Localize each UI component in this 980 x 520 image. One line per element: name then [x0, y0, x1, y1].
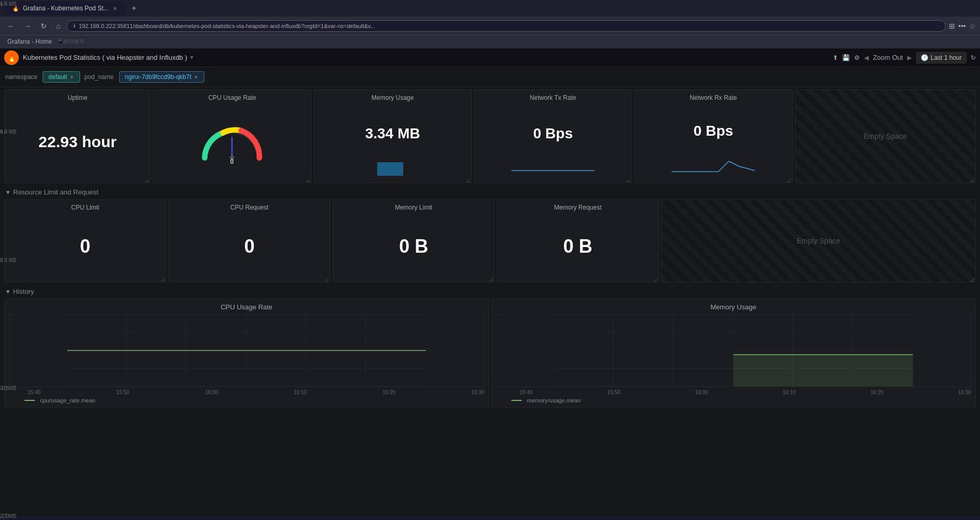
memory-legend-label: memory/usage.mean [527, 397, 581, 404]
network-tx-panel: Network Tx Rate 0 Bps [474, 89, 632, 183]
tab-title: Grafana - Kubernetes Pod St... [23, 5, 109, 12]
namespace-picker[interactable]: default ▼ [43, 71, 80, 83]
mx-label-2: 15:50 [608, 389, 621, 395]
resize-handle[interactable] [160, 276, 164, 280]
memory-chart-title: Memory Usage [496, 303, 971, 311]
history-row: CPU Usage Rate 1.0 0.5 0 -0.5 -1.0 [4, 298, 976, 408]
cpu-chart-title: CPU Usage Rate [9, 303, 484, 311]
memory-limit-value: 0 B [337, 215, 490, 278]
tx-sparkline [479, 161, 627, 178]
resize-handle[interactable] [653, 276, 657, 280]
resource-section-header[interactable]: ▾ Resource Limit and Request [4, 185, 976, 199]
zoom-out-button[interactable]: Zoom Out [873, 54, 903, 61]
cpu-chart-svg [9, 314, 484, 387]
time-range-label: Last 1 hour [931, 54, 962, 61]
svg-line-8 [739, 166, 755, 171]
cpu-request-value: 0 [173, 215, 326, 278]
top-panels-row: Uptime 22.93 hour CPU Usage Rate [4, 89, 976, 183]
browser-chrome: 🔥 Grafana - Kubernetes Pod St... ✕ + ← →… [0, 0, 980, 48]
save-icon[interactable]: 💾 [842, 54, 850, 61]
uptime-value: 22.93 hour [9, 106, 146, 178]
resize-handle[interactable] [488, 276, 493, 280]
bookmark-bar: Grafana - Home 📱移动版书 [0, 35, 980, 48]
time-range-picker[interactable]: 🕐 Last 1 hour [916, 52, 966, 63]
gauge-svg: 0 [196, 119, 268, 165]
resize-handle[interactable] [305, 177, 310, 181]
active-tab[interactable]: 🔥 Grafana - Kubernetes Pod St... ✕ [4, 2, 125, 15]
memory-limit-text: 0 B [399, 236, 428, 257]
new-tab-button[interactable]: + [127, 2, 140, 15]
my-label-3: 3.5 MB [0, 257, 22, 263]
memory-sparkline-svg [318, 161, 467, 177]
tab-bar: 🔥 Grafana - Kubernetes Pod St... ✕ + [0, 0, 980, 17]
topbar-right: ⬆ 💾 ⚙ ◀ Zoom Out ▶ 🕐 Last 1 hour ↻ [833, 52, 976, 63]
pod-name-chevron-icon: ▼ [194, 74, 199, 80]
resize-handle[interactable] [970, 177, 974, 181]
share-icon[interactable]: ⬆ [833, 54, 838, 61]
home-button[interactable]: ⌂ [53, 20, 63, 32]
x-label-1: 15:40 [28, 389, 41, 395]
cpu-request-text: 0 [244, 236, 254, 257]
resize-handle[interactable] [324, 276, 328, 280]
memory-limit-title: Memory Limit [337, 204, 490, 211]
cpu-chart-wrapper: 1.0 0.5 0 -0.5 -1.0 [9, 314, 484, 388]
rx-value: 0 Bps [639, 106, 788, 156]
cpu-limit-value: 0 [9, 215, 162, 278]
svg-rect-3 [377, 162, 403, 176]
url-text: 192.168.0.222:35811/dashboard/db/kuberne… [79, 23, 375, 29]
clock-icon: 🕐 [921, 54, 929, 61]
memory-x-axis: 15:40 15:50 16:00 16:10 16:20 16:30 [496, 388, 971, 395]
memory-legend-line [511, 400, 522, 401]
reload-button[interactable]: ↻ [37, 20, 50, 32]
memory-sparkline [318, 161, 467, 178]
dashboard: Uptime 22.93 hour CPU Usage Rate [0, 87, 980, 410]
refresh-icon[interactable]: ↻ [971, 54, 976, 61]
empty-space-panel-1: Empty Space [795, 89, 976, 183]
toolbar-icons: ⊞ ••• ☆ [949, 22, 976, 30]
resize-handle[interactable] [786, 177, 791, 181]
browser-toolbar: ← → ↻ ⌂ ℹ 192.168.0.222:35811/dashboard/… [0, 17, 980, 35]
bookmark-icon[interactable]: ☆ [969, 22, 976, 30]
cpu-legend-line [24, 400, 35, 401]
rx-panel-title: Network Rx Rate [639, 94, 788, 101]
memory-chart-panel: Memory Usage 4.5 MB 4.0 MB 3.5 MB 3.0 MB… [491, 298, 976, 408]
cpu-usage-panel: CPU Usage Rate 0 [153, 89, 311, 183]
pod-name-value: nginx-7db9fccd9b-qkb7t [125, 73, 191, 81]
history-section-header[interactable]: ▾ History [4, 284, 976, 298]
cpu-x-axis: 15:40 15:50 16:00 16:10 16:20 16:30 [9, 388, 484, 395]
uptime-text: 22.93 hour [38, 133, 117, 151]
empty-space-panel-2: Empty Space [661, 199, 976, 282]
resize-handle[interactable] [626, 177, 630, 181]
settings-icon[interactable]: ⚙ [854, 54, 860, 61]
dashboard-title-container: Kubernetes Pod Statistics ( via Heapster… [23, 54, 833, 61]
extensions-icon[interactable]: ⊞ [949, 22, 955, 30]
more-icon[interactable]: ••• [958, 22, 966, 30]
memory-request-text: 0 B [563, 236, 592, 257]
gauge-container: 0 [158, 106, 306, 178]
zoom-left-icon[interactable]: ◀ [864, 54, 869, 61]
svg-text:0: 0 [230, 158, 234, 165]
empty-space-label-1: Empty Space [863, 132, 907, 140]
pod-name-picker[interactable]: nginx-7db9fccd9b-qkb7t ▼ [119, 71, 204, 83]
memory-request-title: Memory Request [501, 204, 654, 211]
resize-handle[interactable] [970, 276, 974, 280]
pod-name-label: pod_name [84, 73, 114, 81]
cpu-chart-area [9, 314, 484, 388]
x-label-2: 15:50 [117, 389, 130, 395]
zoom-right-icon[interactable]: ▶ [907, 54, 912, 61]
url-bar[interactable]: ℹ 192.168.0.222:35811/dashboard/db/kuber… [67, 20, 946, 32]
cpu-panel-title: CPU Usage Rate [158, 94, 306, 101]
resize-handle[interactable] [145, 177, 149, 181]
network-rx-panel: Network Rx Rate 0 Bps [634, 89, 792, 183]
mx-label-6: 16:30 [958, 389, 971, 395]
x-label-4: 16:10 [294, 389, 307, 395]
cpu-legend-label: cpu/usage_rate.mean [40, 397, 95, 404]
dashboard-title-chevron[interactable]: ▼ [189, 55, 195, 60]
resize-handle[interactable] [466, 177, 470, 181]
forward-button[interactable]: → [21, 20, 34, 32]
cpu-limit-text: 0 [80, 236, 91, 257]
svg-line-6 [718, 161, 729, 172]
uptime-panel: Uptime 22.93 hour [4, 89, 151, 183]
x-label-5: 16:20 [382, 389, 395, 395]
tab-close-icon[interactable]: ✕ [113, 6, 117, 11]
